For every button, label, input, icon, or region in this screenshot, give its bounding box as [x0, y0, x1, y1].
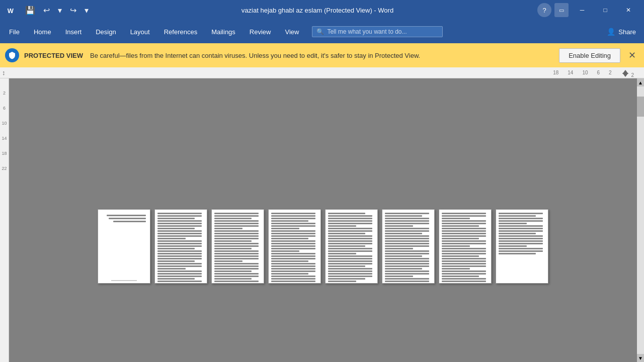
page-2[interactable] [154, 209, 207, 284]
ribbon-tabs: File Home Insert Design Layout Reference… [2, 20, 306, 43]
page-1[interactable] [98, 209, 150, 284]
svg-text:W: W [8, 7, 14, 15]
tab-view[interactable]: View [278, 20, 306, 43]
tab-home[interactable]: Home [27, 20, 58, 43]
page-3[interactable] [211, 209, 264, 284]
svg-marker-4 [622, 73, 628, 77]
ruler-numbers: 18 14 10 6 2 2 [553, 68, 634, 78]
protected-message: Be careful—files from the Internet can c… [90, 52, 554, 59]
page-7[interactable] [439, 209, 492, 284]
main-area: 2 6 10 14 18 22 [0, 78, 644, 362]
tab-insert[interactable]: Insert [58, 20, 89, 43]
ruler-icon: ↕ [2, 69, 6, 76]
close-protected-bar[interactable]: ✕ [625, 50, 639, 61]
tab-file[interactable]: File [2, 20, 27, 43]
window-controls[interactable]: ─ □ ✕ [571, 0, 640, 20]
search-box[interactable]: 🔍 [312, 26, 443, 37]
enable-editing-button[interactable]: Enable Editing [559, 48, 620, 63]
undo-dropdown[interactable]: ▾ [55, 5, 65, 16]
page-6[interactable] [382, 209, 435, 284]
customize-qat[interactable]: ▾ [82, 5, 92, 16]
page-5[interactable] [325, 209, 378, 284]
window-title: vaziat hejab ghabl az eslam (Protected V… [98, 7, 537, 14]
vertical-scrollbar[interactable]: ▲ ▼ [637, 78, 644, 362]
tab-references[interactable]: References [157, 20, 204, 43]
close-button[interactable]: ✕ [617, 0, 640, 20]
save-button[interactable]: 💾 [22, 5, 38, 16]
page-4[interactable] [268, 209, 321, 284]
share-button[interactable]: 👤 Share [601, 28, 642, 36]
svg-text:i: i [11, 54, 12, 58]
redo-button[interactable]: ↪ [67, 5, 79, 16]
tab-mailings[interactable]: Mailings [204, 20, 243, 43]
tab-review[interactable]: Review [243, 20, 278, 43]
quick-access-toolbar[interactable]: 💾 ↩ ▾ ↪ ▾ [22, 5, 92, 16]
tab-layout[interactable]: Layout [123, 20, 157, 43]
scroll-up-button[interactable]: ▲ [637, 78, 644, 86]
tab-design[interactable]: Design [89, 20, 123, 43]
scroll-down-button[interactable]: ▼ [637, 354, 644, 362]
scroll-arrows-icon [621, 69, 630, 78]
restore-button[interactable]: □ [594, 0, 617, 20]
vertical-ruler: 2 6 10 14 18 22 [0, 78, 9, 362]
help-button[interactable]: ? [537, 3, 551, 17]
search-icon: 🔍 [316, 28, 324, 35]
ribbon-display-options[interactable]: ▭ [554, 3, 569, 17]
word-logo: W [4, 3, 18, 17]
undo-button[interactable]: ↩ [40, 5, 53, 16]
ribbon: File Home Insert Design Layout Reference… [0, 20, 644, 43]
search-input[interactable] [327, 28, 438, 35]
protected-icon: i [5, 48, 19, 62]
ribbon-search-area: 🔍 [306, 26, 601, 37]
scroll-thumb[interactable] [637, 97, 644, 117]
protected-label: PROTECTED VIEW [24, 52, 83, 59]
protected-view-bar: i PROTECTED VIEW Be careful—files from t… [0, 43, 644, 67]
page-8[interactable] [496, 209, 548, 284]
person-icon: 👤 [607, 28, 615, 36]
minimize-button[interactable]: ─ [571, 0, 594, 20]
horizontal-ruler: ↕ 18 14 10 6 2 2 [0, 67, 644, 78]
document-area[interactable] [9, 78, 637, 362]
pages-row [98, 209, 548, 284]
scroll-track[interactable] [637, 86, 644, 354]
title-bar: W 💾 ↩ ▾ ↪ ▾ vaziat hejab ghabl az eslam … [0, 0, 644, 20]
